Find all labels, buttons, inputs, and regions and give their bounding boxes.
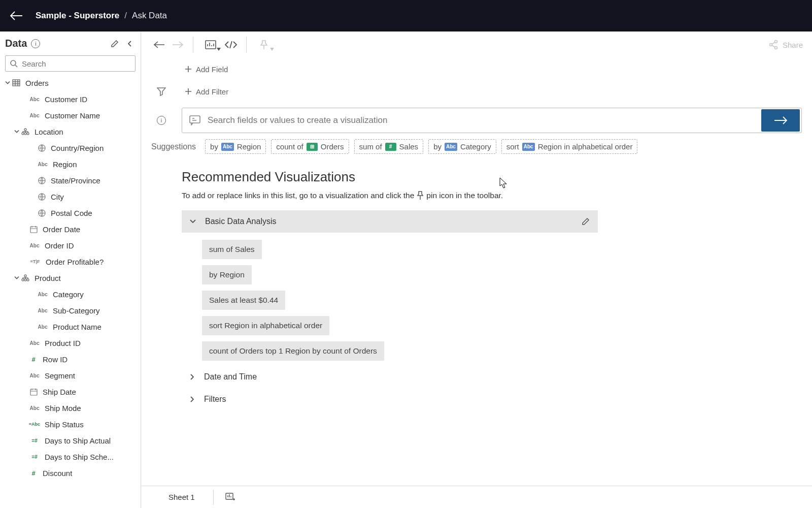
field-tree: OrdersAbcCustomer IDAbcCustomer NameLoca… — [0, 75, 141, 508]
svg-point-4 — [24, 133, 26, 135]
field-ship-status[interactable]: =AbcShip Status — [0, 416, 141, 432]
field-label: Product — [35, 274, 61, 282]
sheet-tab[interactable]: Sheet 1 — [159, 489, 204, 505]
field-label: Segment — [45, 371, 75, 380]
field-label: Ship Status — [45, 420, 84, 429]
svg-point-5 — [27, 133, 29, 135]
add-filter-button[interactable]: Add Filter — [182, 85, 231, 98]
query-input[interactable] — [208, 115, 760, 125]
field-label: Location — [35, 128, 63, 136]
collapse-sidebar-icon[interactable] — [124, 38, 136, 49]
field-label: Row ID — [43, 355, 67, 364]
plus-icon — [185, 66, 192, 73]
group-date-and-time[interactable]: Date and Time — [182, 366, 598, 388]
field-label: Customer ID — [45, 95, 87, 104]
field-ship-date[interactable]: Ship Date — [0, 384, 141, 400]
chevron-right-icon — [190, 374, 195, 380]
sidebar-search[interactable] — [5, 55, 136, 72]
chevron-down-icon — [13, 275, 20, 280]
add-field-button[interactable]: Add Field — [182, 63, 231, 76]
edit-icon[interactable] — [109, 38, 120, 49]
arrow-right-icon — [773, 116, 788, 125]
svg-point-11 — [24, 275, 26, 277]
field-customer-name[interactable]: AbcCustomer Name — [0, 107, 141, 123]
field-sub-category[interactable]: AbcSub-Category — [0, 302, 141, 319]
suggestion-chip[interactable]: count of⊞Orders — [271, 139, 349, 154]
chevron-down-icon — [217, 48, 221, 51]
field-discount[interactable]: #Discount — [0, 465, 141, 481]
recommendation-link[interactable]: count of Orders top 1 Region by count of… — [202, 341, 384, 361]
suggestion-chip[interactable]: sum of#Sales — [354, 139, 424, 154]
recommended-description: To add or replace links in this list, go… — [182, 191, 802, 200]
field-segment[interactable]: AbcSegment — [0, 367, 141, 384]
chevron-right-icon — [190, 396, 195, 402]
breadcrumb-root[interactable]: Sample - Superstore — [36, 11, 119, 21]
recommendation-link[interactable]: sum of Sales — [202, 240, 262, 259]
field-order-date[interactable]: Order Date — [0, 221, 141, 237]
field-customer-id[interactable]: AbcCustomer ID — [0, 91, 141, 107]
top-nav: Sample - Superstore / Ask Data — [0, 0, 812, 31]
field-label: Ship Date — [43, 388, 76, 396]
field-order-id[interactable]: AbcOrder ID — [0, 237, 141, 253]
field-label: Discount — [43, 469, 72, 478]
field-label: Ship Mode — [45, 404, 81, 412]
field-city[interactable]: City — [0, 188, 141, 205]
suggestion-chip[interactable]: byAbcRegion — [205, 139, 266, 154]
field-row-id[interactable]: #Row ID — [0, 351, 141, 367]
field-label: Region — [53, 160, 77, 169]
recommendation-link[interactable]: by Region — [202, 265, 252, 284]
info-icon[interactable]: i — [151, 116, 172, 125]
toolbar: Share — [141, 31, 812, 58]
field-label: Orders — [25, 79, 49, 87]
add-filter-row: Add Filter — [151, 80, 802, 103]
group-basic-data-analysis[interactable]: Basic Data Analysis — [182, 210, 598, 233]
group-label: Filters — [204, 395, 590, 404]
field-category[interactable]: AbcCategory — [0, 286, 141, 302]
chevron-down-icon — [4, 80, 11, 85]
info-icon[interactable]: i — [31, 39, 40, 48]
field-location[interactable]: Location — [0, 123, 141, 140]
field-days-to-ship-sche-[interactable]: =#Days to Ship Sche... — [0, 449, 141, 465]
svg-point-3 — [22, 133, 24, 135]
suggestion-chip[interactable]: byAbcCategory — [428, 139, 496, 154]
svg-rect-1 — [13, 80, 20, 86]
back-arrow-icon[interactable] — [9, 9, 23, 23]
plus-icon — [185, 88, 192, 95]
edit-icon[interactable] — [582, 217, 590, 226]
sidebar-search-input[interactable] — [22, 59, 131, 68]
field-orders[interactable]: Orders — [0, 75, 141, 91]
field-type-badge: ⊞ — [307, 143, 318, 151]
field-country-region[interactable]: Country/Region — [0, 140, 141, 156]
recommendation-link[interactable]: Sales at least $0.44 — [202, 291, 285, 310]
recommendation-link[interactable]: sort Region in alphabetical order — [202, 316, 329, 335]
field-ship-mode[interactable]: AbcShip Mode — [0, 400, 141, 416]
field-type-badge: Abc — [221, 143, 234, 151]
field-product-name[interactable]: AbcProduct Name — [0, 319, 141, 335]
svg-point-2 — [24, 129, 26, 131]
sheets-bar: Sheet 1 — [141, 486, 812, 508]
query-input-container — [182, 108, 802, 133]
submit-query-button[interactable] — [761, 109, 800, 132]
svg-rect-16 — [206, 41, 216, 49]
field-region[interactable]: AbcRegion — [0, 156, 141, 172]
field-product[interactable]: Product — [0, 270, 141, 286]
field-product-id[interactable]: AbcProduct ID — [0, 335, 141, 351]
group-filters[interactable]: Filters — [182, 388, 598, 410]
field-state-province[interactable]: State/Province — [0, 172, 141, 188]
suggestion-chip[interactable]: sortAbcRegion in alphabetical order — [501, 139, 638, 154]
field-label: Sub-Category — [53, 306, 100, 315]
field-days-to-ship-actual[interactable]: =#Days to Ship Actual — [0, 432, 141, 449]
field-postal-code[interactable]: Postal Code — [0, 205, 141, 221]
undo-button[interactable] — [150, 36, 168, 54]
field-label: Order ID — [45, 241, 74, 250]
field-label: Days to Ship Sche... — [45, 453, 114, 461]
field-label: Postal Code — [51, 209, 92, 217]
add-field-label: Add Field — [196, 65, 228, 74]
recommended-title: Recommended Visualizations — [182, 169, 802, 185]
suggestions-row: Suggestions byAbcRegioncount of⊞Orderssu… — [151, 139, 802, 154]
svg-rect-15 — [30, 389, 37, 395]
new-sheet-button[interactable] — [223, 490, 238, 505]
field-order-profitable-[interactable]: =T|FOrder Profitable? — [0, 253, 141, 270]
code-button[interactable] — [222, 36, 240, 54]
viz-type-button[interactable] — [199, 36, 222, 54]
